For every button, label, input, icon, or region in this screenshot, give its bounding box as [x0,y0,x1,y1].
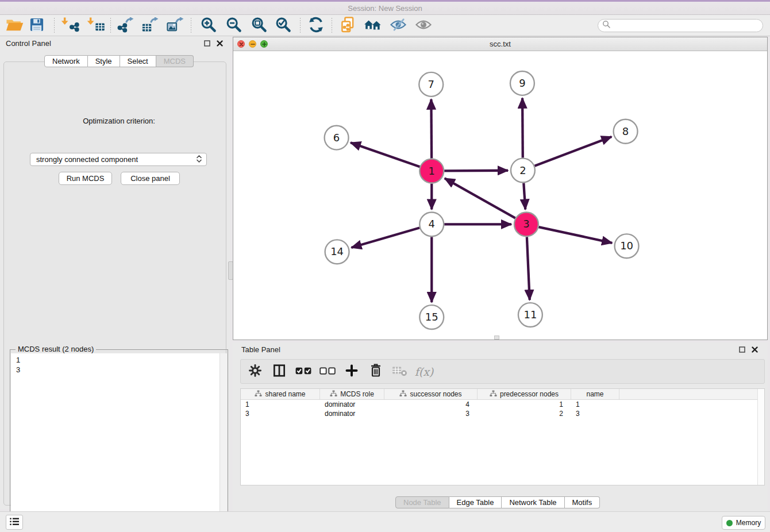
first-neighbors-button[interactable] [363,17,383,34]
table-cell[interactable]: dominator [320,409,384,418]
edge-3-10[interactable] [538,227,612,243]
edge-2-8[interactable] [534,137,611,166]
edge-2-3[interactable] [523,183,525,209]
table-scrollbar[interactable] [757,389,764,485]
edge-1-6[interactable] [351,142,419,167]
add-column-button[interactable] [342,362,361,381]
refresh-button[interactable] [306,17,326,34]
optimization-criterion-label: Optimization criterion: [4,117,234,125]
export-table-button[interactable] [141,17,160,34]
svg-text:2: 2 [519,164,526,176]
delete-column-button[interactable] [366,362,386,381]
search-input[interactable] [611,22,763,30]
table-cell[interactable]: 2 [478,409,571,418]
table-settings-button[interactable] [245,362,265,381]
node-11[interactable]: 11 [518,303,542,327]
select-all-button[interactable] [294,362,313,381]
network-resize-grip[interactable] [494,336,499,340]
export-image-icon [167,17,185,34]
window-titlebar: Session: New Session [0,0,770,15]
float-table-panel-icon[interactable] [737,345,746,354]
node-3[interactable]: 3 [514,212,538,236]
tab-network-table[interactable]: Network Table [502,496,564,508]
hide-selected-button[interactable] [388,17,408,34]
node-8[interactable]: 8 [614,119,638,144]
node-6[interactable]: 6 [325,126,349,150]
network-window-titlebar[interactable]: scc.txt [233,37,767,51]
edge-1-2[interactable] [444,171,508,171]
tab-style[interactable]: Style [88,55,120,67]
copy-network-button[interactable] [338,17,358,34]
table-cell[interactable]: dominator [320,400,384,409]
function-builder-button[interactable]: f(x) [414,362,434,381]
column-selector-button[interactable] [270,362,289,381]
edge-2-9[interactable] [522,98,523,158]
table-cell[interactable]: 4 [384,400,478,409]
table-cell[interactable]: 1 [478,400,571,409]
criterion-select[interactable]: strongly connected component [30,153,207,166]
float-panel-icon[interactable] [202,38,211,48]
node-15[interactable]: 15 [419,305,444,329]
tab-network[interactable]: Network [44,55,88,67]
node-9[interactable]: 9 [510,71,534,95]
table-cell[interactable]: 3 [241,409,320,418]
zoom-in-button[interactable] [199,17,218,34]
column-type-icon [399,390,407,399]
zoom-fit-button[interactable] [249,17,269,34]
column-header-shared-name[interactable]: shared name [241,389,320,399]
export-image-button[interactable] [166,17,186,34]
node-7[interactable]: 7 [419,72,443,97]
node-1[interactable]: 1 [419,159,444,183]
node-2[interactable]: 2 [511,159,535,183]
tab-mcds[interactable]: MCDS [156,55,194,67]
import-table-button[interactable] [86,17,106,34]
zoom-selected-button[interactable] [274,17,293,34]
run-mcds-button[interactable]: Run MCDS [59,172,112,185]
delete-table-button[interactable] [390,362,410,381]
save-session-button[interactable] [27,17,47,34]
open-session-button[interactable] [5,17,24,34]
table-cell[interactable]: 3 [384,409,478,418]
edge-1-7[interactable] [431,99,432,159]
search-field[interactable] [598,19,763,32]
close-table-panel-icon[interactable] [750,345,759,354]
mcds-result-text[interactable]: 13 [11,353,220,532]
column-header-name[interactable]: name [571,389,619,399]
node-10[interactable]: 10 [615,234,639,258]
task-history-button[interactable] [6,515,23,530]
table-cell[interactable]: 1 [241,400,320,409]
close-panel-button[interactable]: Close panel [121,172,180,185]
edge-3-11[interactable] [527,237,530,300]
tab-node-table[interactable]: Node Table [395,496,449,508]
search-icon [602,20,611,31]
column-label: MCDS role [340,390,374,398]
tab-edge-table[interactable]: Edge Table [449,496,502,508]
result-scrollbar[interactable] [220,353,227,532]
node-4[interactable]: 4 [419,212,444,236]
column-header-predecessor-nodes[interactable]: predecessor nodes [478,389,571,399]
node-14[interactable]: 14 [325,240,349,264]
table-cell[interactable]: 1 [571,400,619,409]
svg-text:14: 14 [330,245,344,257]
column-header-successor-nodes[interactable]: successor nodes [384,389,478,399]
tab-motifs[interactable]: Motifs [565,496,600,508]
import-network-button[interactable] [60,17,80,34]
edge-3-1[interactable] [445,178,515,218]
toolbar-separator [110,18,111,33]
export-network-button[interactable] [116,17,136,34]
network-canvas[interactable]: 7968124314101511 [233,51,767,340]
svg-text:9: 9 [519,77,525,89]
show-eye-icon [414,18,433,33]
table-cell[interactable]: 3 [571,409,619,418]
close-panel-icon[interactable] [215,38,224,48]
memory-button[interactable]: Memory [722,516,765,530]
table-row[interactable]: 3dominator323 [241,409,764,418]
tab-select[interactable]: Select [120,55,156,67]
deselect-all-button[interactable] [318,362,337,381]
table-row[interactable]: 1dominator411 [241,400,764,409]
edge-4-14[interactable] [351,228,419,248]
show-all-button[interactable] [414,17,433,34]
column-header-MCDS-role[interactable]: MCDS role [320,389,384,399]
zoom-out-icon [225,16,242,35]
zoom-out-button[interactable] [224,17,244,34]
